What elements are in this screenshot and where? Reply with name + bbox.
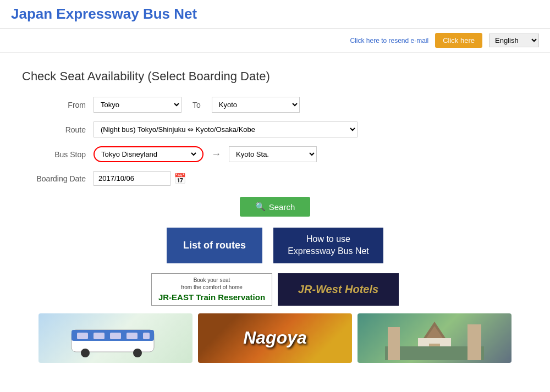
to-label: To (193, 101, 201, 109)
nagoya-text: Nagoya (243, 328, 307, 348)
bus-stop-select[interactable]: Tokyo Disneyland Tokyo Sta. Shinjuku Ike… (99, 150, 198, 159)
boarding-date-input[interactable] (94, 171, 170, 186)
from-select[interactable]: Tokyo Osaka Kyoto Nagoya (94, 97, 182, 113)
form-title: Check Seat Availability (Select Boarding… (22, 69, 528, 84)
svg-rect-5 (94, 333, 105, 339)
site-title: Japan Expressway Bus Net (11, 5, 539, 23)
boarding-date-label: Boarding Date (22, 174, 94, 183)
boarding-date-row: Boarding Date 📅 (22, 171, 528, 186)
svg-rect-6 (110, 333, 121, 339)
svg-rect-15 (388, 327, 400, 360)
top-bar: Click here to resend e-mail Click here E… (0, 29, 550, 53)
how-to-label-line2: Expressway Bus Net (288, 246, 369, 256)
site-header: Japan Expressway Bus Net (0, 0, 550, 29)
resend-email-link[interactable]: Click here to resend e-mail (350, 37, 428, 45)
from-label: From (22, 101, 94, 109)
destination-stop-select[interactable]: Kyoto Sta. Osaka Sta. Kobe Sta. (229, 146, 317, 162)
ad-row: Book your seat from the comfort of home … (22, 273, 528, 306)
from-to-row: From Tokyo Osaka Kyoto Nagoya To Kyoto T… (22, 97, 528, 113)
list-routes-button[interactable]: List of routes (167, 228, 262, 263)
search-label: Search (269, 202, 295, 212)
from-to-controls: Tokyo Osaka Kyoto Nagoya To Kyoto Tokyo … (94, 97, 300, 113)
to-select[interactable]: Kyoto Tokyo Osaka Nagoya (212, 97, 300, 113)
search-button[interactable]: 🔍 Search (240, 197, 311, 217)
click-here-button[interactable]: Click here (435, 33, 482, 48)
nagoya-image: Nagoya (198, 313, 352, 363)
search-row: 🔍 Search (22, 197, 528, 217)
jr-east-line1: Book your seat (194, 277, 230, 283)
image-row: Nagoya (22, 313, 528, 363)
jr-east-logo: JR-EAST Train Reservation (158, 292, 265, 302)
banner-row: List of routes How to useExpressway Bus … (22, 228, 528, 263)
svg-point-3 (133, 349, 142, 357)
jr-east-banner[interactable]: Book your seat from the comfort of home … (151, 273, 272, 306)
svg-rect-4 (77, 333, 88, 339)
bus-stop-row: Bus Stop Tokyo Disneyland Tokyo Sta. Shi… (22, 146, 528, 162)
svg-rect-8 (143, 333, 150, 339)
main-content: Check Seat Availability (Select Boarding… (0, 53, 550, 387)
jr-west-banner[interactable]: JR-West Hotels (278, 273, 399, 306)
arrow-icon: → (211, 148, 221, 160)
how-to-button[interactable]: How to useExpressway Bus Net (273, 228, 383, 263)
svg-rect-7 (127, 333, 138, 339)
bus-stop-select-wrapper: Tokyo Disneyland Tokyo Sta. Shinjuku Ike… (94, 146, 204, 162)
boarding-date-wrapper: 📅 (94, 171, 186, 186)
castle-image (358, 313, 512, 363)
calendar-icon[interactable]: 📅 (174, 173, 186, 185)
bus-image (38, 313, 193, 363)
bus-stop-wrapper: Tokyo Disneyland Tokyo Sta. Shinjuku Ike… (94, 146, 317, 162)
jr-east-line2: from the comfort of home (181, 284, 243, 290)
language-select[interactable]: English Japanese Chinese Korean (489, 34, 539, 47)
jr-west-label: JR-West Hotels (298, 283, 378, 296)
search-icon: 🔍 (255, 202, 266, 212)
svg-rect-14 (468, 324, 481, 360)
route-label: Route (22, 125, 94, 134)
route-row: Route (Night bus) Tokyo/Shinjuku ⇔ Kyoto… (22, 122, 528, 137)
bus-stop-label: Bus Stop (22, 150, 94, 159)
route-select[interactable]: (Night bus) Tokyo/Shinjuku ⇔ Kyoto/Osaka… (94, 122, 358, 137)
svg-point-2 (81, 349, 90, 357)
